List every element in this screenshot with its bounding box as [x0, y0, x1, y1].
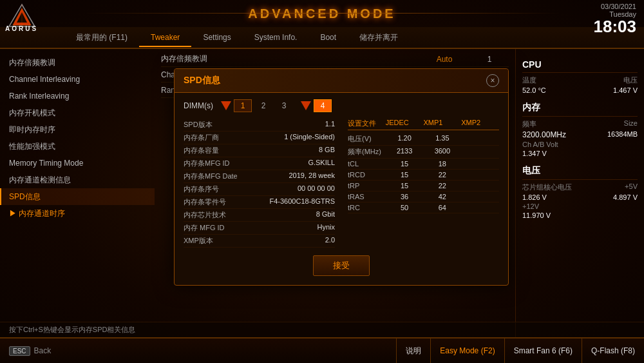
- dimm-slot-3[interactable]: 3: [275, 99, 293, 112]
- rp-mem-divider: [522, 116, 638, 117]
- sidebar-item-spd-info[interactable]: SPD信息: [0, 188, 155, 205]
- rp-power-divider: [522, 179, 638, 180]
- xmp-row-voltage: 电压(V) 1.20 1.35: [348, 133, 499, 146]
- spd-close-button[interactable]: ×: [486, 74, 499, 87]
- footer-easy-mode-btn[interactable]: Easy Mode (F2): [430, 338, 504, 363]
- rp-corevolt-label: 芯片组核心电压: [522, 182, 572, 192]
- esc-key[interactable]: ESC: [9, 346, 30, 356]
- dimm-slot-1[interactable]: 1: [234, 99, 252, 112]
- spd-row-chipmfgid: 内存 MFG ID Hynix: [184, 222, 335, 235]
- tab-tweaker[interactable]: Tweaker: [139, 29, 191, 47]
- spd-row-mfgid: 内存条MFG ID G.SKILL: [184, 157, 335, 170]
- rp-chab-label: Ch A/B Volt: [522, 141, 558, 148]
- sidebar-item-mem-freq[interactable]: 内存倍频教调: [0, 54, 155, 71]
- rp-corevolt-label-row: 芯片组核心电压 +5V: [522, 182, 638, 192]
- rp-12v-value-row: 11.970 V: [522, 211, 638, 219]
- sidebar-item-perf-enhance[interactable]: 性能加强模式: [0, 138, 155, 155]
- dimm-slot-2[interactable]: 2: [254, 99, 272, 112]
- tab-settings[interactable]: Settings: [191, 29, 242, 46]
- sidebar-item-channel-interleave[interactable]: Channel Interleaving: [0, 71, 155, 88]
- datetime-date: 03/30/2021 Tuesday: [594, 3, 637, 18]
- sidebar-item-realtime-mem[interactable]: 即时内存时序: [0, 121, 155, 138]
- accept-btn-row: 接受: [184, 255, 499, 279]
- spd-row-vendor: 内存条厂商 1 (Single-Sided): [184, 132, 335, 144]
- sidebar-item-rank-interleave[interactable]: Rank Interleaving: [0, 88, 155, 104]
- footer-explain-btn[interactable]: 说明: [396, 338, 430, 363]
- rp-corevolt-value-row: 1.826 V 4.897 V: [522, 193, 638, 201]
- tab-favorites[interactable]: 最常用的 (F11): [64, 28, 139, 47]
- aorus-text: AORUS: [5, 25, 38, 32]
- sidebar-item-mem-timing[interactable]: ▶ 内存通道时序: [0, 205, 155, 222]
- spd-row-mfgdate: 内存条MFG Date 2019, 28 week: [184, 170, 335, 183]
- dimm-indicator-1: [221, 101, 231, 110]
- spd-row-capacity: 内存条容量 8 GB: [184, 144, 335, 157]
- xmp-row-freq: 频率(MHz) 2133 3600: [348, 146, 499, 159]
- spd-dialog: SPD信息 × DIMM(s) 1 2 3 4: [174, 68, 509, 286]
- spd-body: DIMM(s) 1 2 3 4 SPD版本 1.1: [175, 93, 508, 285]
- sidebar-item-mem-boot-mode[interactable]: 内存开机模式: [0, 104, 155, 121]
- rp-voltage-label: 电压: [623, 75, 638, 85]
- spd-title-bar: SPD信息 ×: [175, 69, 508, 93]
- datetime-time: 18:03: [594, 18, 637, 35]
- sidebar: 内存倍频教调 Channel Interleaving Rank Interle…: [0, 49, 155, 337]
- footer: ESC Back 说明 Easy Mode (F2) Smart Fan 6 (…: [0, 337, 644, 363]
- rp-size-value: 16384MB: [607, 130, 638, 139]
- xmp-row-tras: tRAS 36 42: [348, 191, 499, 202]
- content-area: 内存倍频教调 Auto 1 Channel Interleaving 自动 Ra…: [155, 49, 515, 337]
- footer-right: 说明 Easy Mode (F2) Smart Fan 6 (F6) Q-Fla…: [396, 338, 644, 363]
- rp-5v-label: +5V: [625, 182, 638, 192]
- bottom-info-text: 按下Ctrl+S热键会显示内存SPD相关信息: [9, 325, 136, 335]
- footer-esc-area: ESC Back: [9, 346, 51, 356]
- accept-button[interactable]: 接受: [313, 255, 370, 276]
- setting-mem-freq-label: 内存倍频教调: [161, 54, 419, 64]
- aorus-logo-icon: [6, 3, 37, 28]
- spd-row-serial: 内存条序号 00 00 00 00: [184, 183, 335, 196]
- rp-chab-value-row: 1.347 V: [522, 150, 638, 157]
- dimm-slot-4[interactable]: 4: [314, 99, 332, 112]
- xmp-header: 设置文件 JEDEC XMP1 XMP2: [348, 119, 499, 130]
- spd-row-chiptech: 内存芯片技术 8 Gbit: [184, 209, 335, 222]
- rp-voltage-value: 1.467 V: [613, 86, 638, 94]
- header-line-right: [335, 13, 560, 14]
- rp-12v-value: 11.970 V: [522, 211, 551, 219]
- tab-save[interactable]: 储存并离开: [348, 28, 410, 47]
- spd-right-col: 设置文件 JEDEC XMP1 XMP2 电压(V) 1.20 1.35: [348, 119, 499, 248]
- header: ADVANCED MODE: [0, 0, 644, 27]
- datetime: 03/30/2021 Tuesday 18:03: [594, 3, 637, 35]
- rp-cpu-header: CPU: [522, 59, 638, 70]
- rp-chab-label-row: Ch A/B Volt: [522, 141, 638, 148]
- spd-title: SPD信息: [184, 75, 220, 86]
- dimm-row: DIMM(s) 1 2 3 4: [184, 99, 499, 112]
- rp-12v-label-row: +12V: [522, 202, 638, 210]
- spd-row-version: SPD版本 1.1: [184, 119, 335, 132]
- main-content: 内存倍频教调 Channel Interleaving Rank Interle…: [0, 49, 644, 337]
- nav-tabs: 最常用的 (F11) Tweaker Settings System Info.…: [0, 27, 644, 49]
- spd-row-partnum: 内存条零件号 F4-3600C18-8GTRS: [184, 196, 335, 209]
- footer-left: ESC Back: [0, 346, 396, 356]
- spd-row-xmpver: XMP版本 2.0: [184, 235, 335, 248]
- rp-12v-label: +12V: [522, 202, 539, 210]
- dimm-indicator-4: [301, 101, 311, 110]
- sidebar-item-mem-detect[interactable]: 内存通道检测信息: [0, 172, 155, 188]
- rp-freq-value: 3200.00MHz: [522, 130, 566, 139]
- setting-mem-freq-value2: 1: [470, 55, 509, 64]
- rp-temp-row: 温度 电压: [522, 75, 638, 85]
- xmp-row-tcl: tCL 15 18: [348, 159, 499, 170]
- header-line-left: [84, 13, 335, 14]
- sidebar-item-mem-timing-mode[interactable]: Memory Timing Mode: [0, 155, 155, 172]
- tab-sysinfo[interactable]: System Info.: [243, 29, 309, 46]
- footer-qflash-btn[interactable]: Q-Flash (F8): [582, 338, 644, 363]
- xmp-row-trp: tRP 15 22: [348, 181, 499, 191]
- tab-boot[interactable]: Boot: [308, 29, 348, 46]
- rp-corevolt-value: 1.826 V: [522, 193, 547, 201]
- rp-power-header: 电压: [522, 165, 638, 177]
- setting-mem-freq-value: Auto: [419, 55, 470, 64]
- rp-freq-label-row: 频率 Size: [522, 119, 638, 129]
- footer-smart-fan-btn[interactable]: Smart Fan 6 (F6): [504, 338, 582, 363]
- rp-5v-value: 4.897 V: [613, 193, 638, 201]
- bottom-info-bar: 按下Ctrl+S热键会显示内存SPD相关信息: [0, 322, 644, 337]
- rp-temp-value: 52.0 °C: [522, 86, 546, 94]
- rp-cpu-divider: [522, 72, 638, 73]
- rp-size-label: Size: [624, 119, 638, 129]
- rp-temp-value-row: 52.0 °C 1.467 V: [522, 86, 638, 94]
